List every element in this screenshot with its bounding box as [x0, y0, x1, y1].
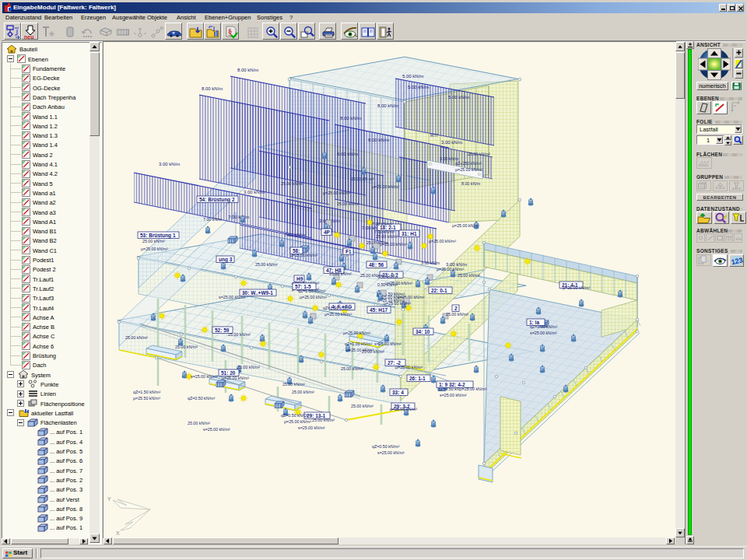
svg-text:8.00 kN/m: 8.00 kN/m — [202, 86, 223, 91]
svg-text:s=25.00 kN/m²: s=25.00 kN/m² — [440, 393, 467, 397]
svg-text:3.00 kN/m: 3.00 kN/m — [159, 162, 180, 166]
svg-text:µ=25.00 kN/m²: µ=25.00 kN/m² — [563, 285, 590, 290]
svg-text:µ=25.00 kN/m²: µ=25.00 kN/m² — [300, 295, 327, 299]
svg-text:25.00 kN/m²: 25.00 kN/m² — [237, 365, 260, 369]
svg-text:8.00 kN/m: 8.00 kN/m — [340, 116, 361, 121]
svg-text:s=25.00 kN/m²: s=25.00 kN/m² — [298, 425, 325, 430]
svg-text:7.00 kN/m: 7.00 kN/m — [203, 217, 223, 222]
svg-text:µ=25.00 kN/m²: µ=25.00 kN/m² — [324, 312, 352, 317]
svg-text:22: 0-1: 22: 0-1 — [431, 288, 447, 293]
svg-text:25.00 kN/m²: 25.00 kN/m² — [351, 404, 374, 408]
svg-text:µ=25.50 kN/m²: µ=25.50 kN/m² — [133, 396, 160, 401]
svg-text:3.00 kN/m: 3.00 kN/m — [441, 140, 462, 145]
svg-text:µ=25.00 kN/m²: µ=25.00 kN/m² — [452, 223, 479, 228]
svg-text:25.00 kN/m²: 25.00 kN/m² — [341, 366, 363, 371]
svg-text:30: W..+W9-1: 30: W..+W9-1 — [242, 290, 273, 296]
svg-text:µ=25.00 kN/m²: µ=25.00 kN/m² — [346, 348, 374, 352]
svg-text:qZ=1.00 kN/m²: qZ=1.00 kN/m² — [345, 341, 372, 346]
svg-text:X: X — [116, 530, 120, 536]
svg-text:µ=25.00 kN/m²: µ=25.00 kN/m² — [290, 253, 317, 257]
svg-text:s=25.00 kN/m²: s=25.00 kN/m² — [191, 374, 218, 379]
svg-text:4P: 4P — [324, 229, 331, 235]
svg-text:25.00 kN·m²: 25.00 kN·m² — [351, 177, 374, 181]
svg-text:25.00 kN/m²: 25.00 kN/m² — [142, 239, 165, 243]
svg-text:45: H17: 45: H17 — [370, 307, 388, 313]
svg-text:7.00 kN/m: 7.00 kN/m — [228, 215, 249, 219]
svg-text:33: 4: 33: 4 — [392, 390, 404, 395]
svg-text:25.00 kN/m²: 25.00 kN/m² — [228, 332, 251, 337]
svg-text:s=25.00 kN/m²: s=25.00 kN/m² — [203, 427, 230, 432]
svg-text:qZ=0.50 kNµ=25.00 kN/m²: qZ=0.50 kNµ=25.00 kN/m² — [438, 387, 487, 391]
svg-text:25.00 kN/m²: 25.00 kN/m² — [282, 382, 305, 387]
svg-text:51: 20: 51: 20 — [221, 370, 236, 376]
svg-text:25.00 kN/m²: 25.00 kN/m² — [458, 273, 480, 278]
svg-text:µ=25.00 kN/m²: µ=25.00 kN/m² — [284, 419, 311, 424]
svg-text:Y: Y — [107, 496, 111, 502]
svg-text:3.00 kN/m: 3.00 kN/m — [421, 261, 440, 265]
svg-text:52: 59: 52: 59 — [215, 327, 230, 333]
svg-text:5.00 kN/m: 5.00 kN/m — [408, 85, 429, 89]
svg-text:25.00 kN/m²: 25.00 kN/m² — [446, 312, 468, 317]
svg-text:25.00 kN/m²: 25.00 kN/m² — [337, 201, 359, 206]
svg-text:8.00 kN/m: 8.00 kN/m — [237, 68, 258, 72]
svg-text:25.00 kN/m²: 25.00 kN/m² — [468, 152, 490, 156]
svg-text:µ=25.00 kN/m²: µ=25.00 kN/m² — [429, 239, 456, 243]
svg-text:25.00 kN/m²: 25.00 kN/m² — [382, 295, 405, 299]
svg-text:8.00 kN/m: 8.00 kN/m — [461, 181, 481, 186]
svg-text:8.00 kN/m: 8.00 kN/m — [368, 138, 389, 142]
svg-text:s=25.00 kN/m²: s=25.00 kN/m² — [530, 331, 557, 335]
svg-text:qZ=1.50 kN/m²: qZ=1.50 kN/m² — [323, 306, 350, 310]
svg-text:25.00 kN/m²: 25.00 kN/m² — [292, 390, 314, 394]
svg-text:25.00 kN/m²: 25.00 kN/m² — [312, 418, 335, 422]
svg-text:µ=25.00 kN/m²: µ=25.00 kN/m² — [222, 376, 249, 380]
svg-text:26: 1-1: 26: 1-1 — [409, 376, 426, 381]
svg-text:7.00 kN/m: 7.00 kN/m — [284, 233, 305, 237]
svg-text:0.50 kN/m²: 0.50 kN/m² — [377, 282, 398, 287]
svg-text:34: 10: 34: 10 — [416, 329, 430, 334]
svg-text:s=25.00 kN/m²: s=25.00 kN/m² — [219, 295, 246, 299]
svg-text:ung 3: ung 3 — [219, 257, 233, 263]
svg-text:25.00 kN/m²: 25.00 kN/m² — [281, 181, 303, 186]
svg-text:54: Brüstung 2: 54: Brüstung 2 — [199, 197, 235, 203]
svg-text:s=25.00 kN/m²: s=25.00 kN/m² — [374, 341, 402, 346]
svg-text:7.00 kN/m²: 7.00 kN/m² — [372, 222, 392, 226]
svg-text:qZ=1.50 kN/m²: qZ=1.50 kN/m² — [298, 289, 325, 293]
svg-text:§: § — [228, 27, 232, 36]
svg-text:5.00 kN/m: 5.00 kN/m — [402, 74, 423, 79]
svg-text:µ=25.00 kN/m²: µ=25.00 kN/m² — [395, 365, 423, 369]
svg-text:25.00 kN/m²: 25.00 kN/m² — [175, 345, 198, 349]
svg-text:6.00 kN/m: 6.00 kN/m — [337, 152, 358, 156]
svg-text:2: 2 — [454, 306, 458, 311]
svg-text:53: Brüstung 1: 53: Brüstung 1 — [140, 233, 176, 239]
svg-text:25.00 kN/m²: 25.00 kN/m² — [125, 335, 148, 340]
svg-text:123: 123 — [731, 256, 743, 266]
svg-text:qZ+250 kN/m²: qZ+250 kN/m² — [455, 161, 482, 166]
svg-text:qZ=0.50 kN/Q²: qZ=0.50 kN/Q² — [281, 413, 308, 418]
svg-text:4E: 56: 4E: 56 — [369, 262, 384, 268]
svg-text:qZ=0.50 kN/m²: qZ=0.50 kN/m² — [372, 444, 399, 449]
svg-text:µ=25.00 kN/m²: µ=25.00 kN/m² — [390, 407, 417, 411]
svg-text:µ=25.00 kN/m²: µ=25.00 kN/m² — [141, 247, 168, 251]
svg-text:µ=25.00 kN/m²: µ=25.00 kN/m² — [384, 301, 411, 306]
svg-text:neu: neu — [24, 34, 33, 40]
svg-text:qZ=0.50 kN/m²: qZ=0.50 kN/m² — [188, 396, 215, 401]
svg-text:qZ=1.00 kN/m²: qZ=1.00 kN/m² — [530, 324, 557, 329]
svg-text:µ=25.00 kN/m²: µ=25.00 kN/m² — [343, 331, 370, 335]
svg-text:µ=25.00 kN/m²: µ=25.00 kN/m² — [437, 267, 464, 271]
svg-text:alle: alle — [735, 236, 742, 241]
svg-text:µ=25.00 kN/m²: µ=25.00 kN/m² — [455, 167, 482, 172]
svg-text:25.00 kN/m²: 25.00 kN/m² — [329, 271, 352, 276]
svg-text:µ=25.00 kN/m²: µ=25.00 kN/m² — [372, 184, 399, 189]
svg-text:s=25.00 kN/m²: s=25.00 kN/m² — [377, 450, 405, 455]
svg-text:F1: F1 — [345, 249, 352, 254]
svg-text:µ=25.00 kN/m²: µ=25.00 kN/m² — [323, 191, 350, 195]
svg-text:3.00 kN/m: 3.00 kN/m — [244, 190, 265, 194]
svg-text:µ=25.00 kN/m²: µ=25.00 kN/m² — [380, 242, 407, 247]
svg-text:25.00 kN/m²: 25.00 kN/m² — [255, 262, 278, 267]
svg-text:qZ=1.50 kN/m²: qZ=1.50 kN/m² — [133, 390, 160, 394]
svg-text:25.00 kN/m²: 25.00 kN/m² — [376, 234, 398, 239]
svg-text:3.00 kN/m: 3.00 kN/m — [440, 156, 459, 161]
svg-text:5.00 kN/m: 5.00 kN/m — [448, 95, 469, 100]
svg-text:RTI: RTI — [430, 133, 438, 138]
svg-text:31: H1: 31: H1 — [402, 231, 417, 236]
